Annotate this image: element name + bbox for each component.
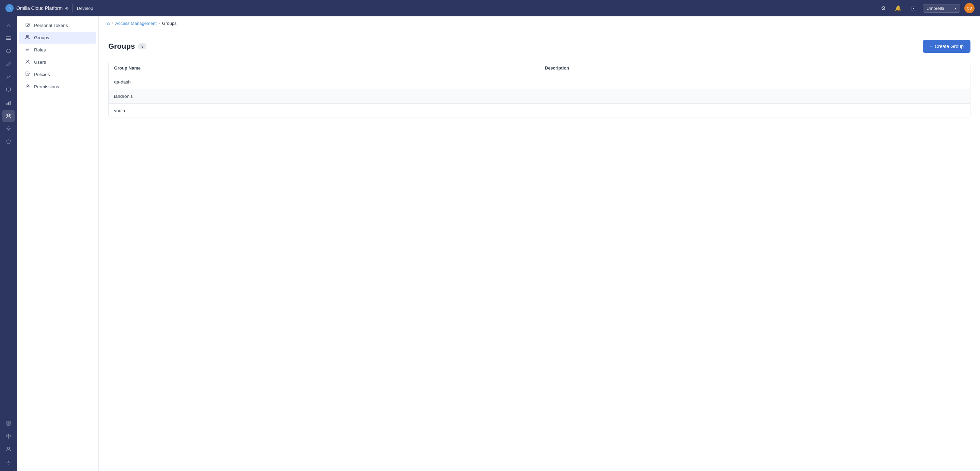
- rail-scale-icon[interactable]: [2, 430, 14, 442]
- groups-table: Group Name Description qa-dash iandronis…: [108, 61, 970, 118]
- sidebar-item-policies-label: Policies: [34, 72, 50, 77]
- rail-settings2-icon[interactable]: [2, 456, 14, 468]
- rail-access-icon[interactable]: [2, 110, 14, 122]
- svg-rect-6: [6, 103, 8, 105]
- svg-point-24: [28, 36, 29, 37]
- sidebar-item-permissions[interactable]: Permissions: [19, 81, 96, 93]
- sidebar-item-roles[interactable]: Roles: [19, 44, 96, 56]
- breadcrumb-sep-2: ›: [159, 21, 160, 26]
- trademark: ®: [65, 6, 68, 11]
- logo-icon: ○: [5, 4, 14, 12]
- top-navigation: ○ Omilia Cloud Platform ® Develop ⚙ 🔔 ⊡ …: [0, 0, 980, 16]
- svg-point-21: [8, 461, 9, 463]
- groups-icon: [24, 35, 31, 41]
- create-group-button[interactable]: + Create Group: [923, 40, 970, 53]
- sidebar-item-policies[interactable]: Policies: [19, 69, 96, 80]
- rail-plugin-icon[interactable]: [2, 45, 14, 57]
- workspace-name: Umbrella: [926, 6, 944, 11]
- svg-rect-3: [6, 88, 11, 91]
- nav-right: ⚙ 🔔 ⊡ Umbrella ▾ OD: [878, 3, 975, 14]
- col-group-name: Group Name: [109, 61, 539, 75]
- breadcrumb-home-icon[interactable]: ⌂: [107, 21, 110, 26]
- sidebar-item-personal-tokens[interactable]: Personal Tokens: [19, 19, 96, 31]
- group-description-cell: [539, 104, 970, 118]
- icon-rail: ⌂: [0, 16, 17, 471]
- nav-section: Develop: [77, 6, 93, 11]
- group-name-cell: voula: [109, 104, 539, 118]
- svg-rect-2: [6, 39, 11, 40]
- page-content: Groups 3 + Create Group Group Name Descr…: [99, 30, 980, 471]
- page-title: Groups: [108, 42, 135, 51]
- monitor-icon-btn[interactable]: ⊡: [908, 3, 919, 14]
- user-avatar[interactable]: OD: [964, 3, 975, 13]
- create-group-label: Create Group: [935, 44, 964, 49]
- sidebar-item-users[interactable]: Users: [19, 56, 96, 68]
- policies-icon: [24, 72, 31, 77]
- sidebar-item-users-label: Users: [34, 60, 46, 65]
- svg-rect-1: [6, 38, 11, 38]
- create-group-plus-icon: +: [930, 43, 933, 49]
- groups-count-badge: 3: [138, 43, 146, 49]
- rail-shield-icon[interactable]: [2, 136, 14, 148]
- rail-analytics-icon[interactable]: [2, 97, 14, 109]
- page-title-area: Groups 3: [108, 42, 146, 51]
- roles-icon: [24, 47, 31, 53]
- rail-book-icon[interactable]: [2, 417, 14, 429]
- rail-gear-icon[interactable]: [2, 123, 14, 135]
- main-layout: ⌂: [0, 16, 980, 471]
- chevron-down-icon: ▾: [955, 6, 956, 10]
- table-row[interactable]: voula: [109, 104, 970, 118]
- group-description-cell: [539, 89, 970, 103]
- page-header: Groups 3 + Create Group: [108, 40, 970, 53]
- svg-point-23: [26, 35, 28, 37]
- table-header: Group Name Description: [109, 61, 970, 75]
- table-row[interactable]: qa-dash: [109, 75, 970, 89]
- table-row[interactable]: iandronis: [109, 89, 970, 104]
- app-name: Omilia Cloud Platform: [16, 5, 63, 11]
- personal-tokens-icon: [24, 22, 31, 28]
- users-icon: [24, 59, 31, 65]
- breadcrumb-current: Groups: [162, 21, 177, 26]
- workspace-selector[interactable]: Umbrella ▾: [923, 4, 960, 13]
- permissions-icon: [24, 84, 31, 89]
- nav-divider: [73, 4, 73, 12]
- svg-rect-0: [6, 37, 11, 37]
- svg-point-12: [8, 128, 10, 130]
- svg-rect-8: [10, 101, 11, 105]
- breadcrumb-access-management[interactable]: Access Management: [115, 21, 156, 26]
- rail-home-icon[interactable]: ⌂: [2, 19, 14, 31]
- sidebar: Personal Tokens Groups: [17, 16, 99, 471]
- sidebar-item-roles-label: Roles: [34, 47, 46, 53]
- rail-user-icon[interactable]: [2, 443, 14, 455]
- svg-point-27: [27, 85, 29, 86]
- rail-presentation-icon[interactable]: [2, 84, 14, 96]
- notifications-icon-btn[interactable]: 🔔: [893, 3, 904, 14]
- app-logo: ○ Omilia Cloud Platform ®: [5, 4, 68, 12]
- group-name-cell: iandronis: [109, 89, 539, 103]
- group-description-cell: [539, 75, 970, 89]
- settings-icon-btn[interactable]: ⚙: [878, 3, 889, 14]
- breadcrumb: ⌂ › Access Management › Groups: [99, 16, 980, 30]
- rail-pen-icon[interactable]: [2, 58, 14, 70]
- svg-point-25: [27, 60, 29, 62]
- group-name-cell: qa-dash: [109, 75, 539, 89]
- svg-rect-7: [8, 102, 9, 105]
- sidebar-item-permissions-label: Permissions: [34, 84, 59, 89]
- rail-layers-icon[interactable]: [2, 32, 14, 44]
- sidebar-item-personal-tokens-label: Personal Tokens: [34, 23, 68, 28]
- sidebar-nav: Personal Tokens Groups: [17, 16, 99, 96]
- sidebar-item-groups[interactable]: Groups: [19, 32, 96, 44]
- svg-point-28: [29, 86, 30, 87]
- col-description: Description: [539, 61, 970, 75]
- svg-rect-22: [26, 23, 29, 27]
- content-area: ⌂ › Access Management › Groups Groups 3 …: [99, 16, 980, 471]
- breadcrumb-sep-1: ›: [112, 21, 113, 26]
- sidebar-item-groups-label: Groups: [34, 35, 49, 40]
- rail-chart-icon[interactable]: [2, 71, 14, 83]
- svg-point-20: [8, 447, 10, 449]
